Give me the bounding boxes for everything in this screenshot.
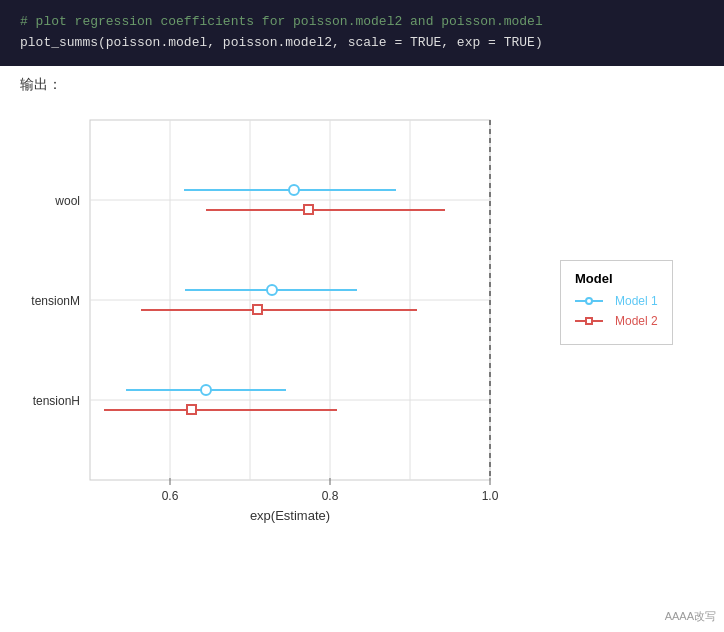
svg-text:exp(Estimate): exp(Estimate) xyxy=(250,508,330,523)
svg-rect-20 xyxy=(304,205,313,214)
legend-model1: Model 1 xyxy=(575,294,658,308)
output-label: 输出： xyxy=(0,66,724,100)
svg-text:0.6: 0.6 xyxy=(162,489,179,503)
svg-rect-28 xyxy=(187,405,196,414)
legend-model2: Model 2 xyxy=(575,314,658,328)
svg-point-22 xyxy=(267,285,277,295)
watermark: AAAA改写 xyxy=(665,609,716,624)
regression-plot: wool tensionM tensionH 0.6 0.8 1.0 exp(E… xyxy=(20,100,550,530)
svg-point-18 xyxy=(289,185,299,195)
legend-model1-label: Model 1 xyxy=(615,294,658,308)
svg-text:tensionH: tensionH xyxy=(33,394,80,408)
legend-line-red xyxy=(575,320,603,322)
chart-legend: Model Model 1 Model 2 xyxy=(560,260,673,345)
svg-rect-24 xyxy=(253,305,262,314)
legend-square-icon xyxy=(585,317,593,325)
legend-line-blue xyxy=(575,300,603,302)
svg-text:tensionM: tensionM xyxy=(31,294,80,308)
svg-point-26 xyxy=(201,385,211,395)
legend-circle-icon xyxy=(585,297,593,305)
legend-model2-label: Model 2 xyxy=(615,314,658,328)
chart-area: wool tensionM tensionH 0.6 0.8 1.0 exp(E… xyxy=(0,100,724,540)
svg-text:0.8: 0.8 xyxy=(322,489,339,503)
legend-title: Model xyxy=(575,271,658,286)
svg-text:wool: wool xyxy=(54,194,80,208)
code-line2: plot_summs(poisson.model, poisson.model2… xyxy=(20,33,704,54)
svg-text:1.0: 1.0 xyxy=(482,489,499,503)
code-comment: # plot regression coefficients for poiss… xyxy=(20,12,704,33)
code-block: # plot regression coefficients for poiss… xyxy=(0,0,724,66)
